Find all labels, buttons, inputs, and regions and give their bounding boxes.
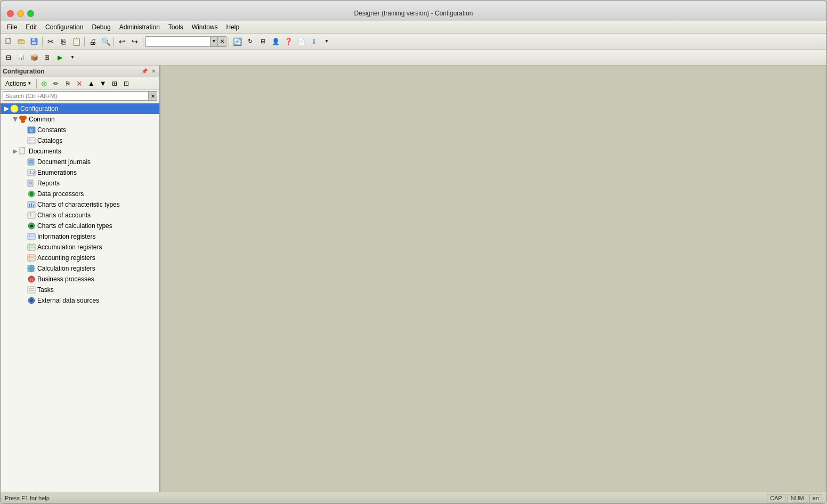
tree-label-accumulation-registers: Accumulation registers xyxy=(37,243,102,251)
panel-pin-icon[interactable]: 📌 xyxy=(141,68,148,74)
tb-window-button[interactable]: ⊞ xyxy=(257,36,269,47)
tb-undo-button[interactable]: ↩ xyxy=(116,36,128,47)
tb2-btn1[interactable]: ⊟ xyxy=(3,52,14,63)
tree-item-tasks[interactable]: Tasks xyxy=(1,284,159,295)
tb-info-button[interactable]: ℹ xyxy=(308,36,320,47)
tree-item-data-processors[interactable]: Data processors xyxy=(1,189,159,199)
action-down-btn[interactable]: ▼ xyxy=(98,78,108,89)
tb2-btn3[interactable]: 📦 xyxy=(28,52,40,63)
svg-point-12 xyxy=(21,119,25,123)
menu-bar: File Edit Configuration Debug Administra… xyxy=(1,21,826,34)
tree-item-external-data[interactable]: External data sources xyxy=(1,295,159,306)
menu-debug[interactable]: Debug xyxy=(87,22,115,32)
action-up-btn[interactable]: ▲ xyxy=(86,78,96,89)
tree-item-business-processes[interactable]: B Business processes xyxy=(1,274,159,284)
tb-copy-button[interactable]: ⎘ xyxy=(58,36,69,47)
tree-item-charts-accounts[interactable]: T Charts of accounts xyxy=(1,210,159,221)
tree-label-tasks: Tasks xyxy=(37,286,54,294)
tree-item-document-journals[interactable]: Document journals xyxy=(1,157,159,167)
tb2-dropdown-button[interactable]: ▼ xyxy=(67,52,78,63)
actions-dropdown[interactable]: Actions ▼ xyxy=(3,79,34,88)
tb-combo-dropdown[interactable]: ▼ xyxy=(210,37,217,46)
tree-expander-configuration[interactable] xyxy=(3,105,10,112)
tb-preview-button[interactable]: 🔍 xyxy=(100,36,111,47)
tree-label-charts-calculation: Charts of calculation types xyxy=(37,222,112,230)
minimize-button[interactable] xyxy=(17,10,24,17)
action-hierarchy-btn[interactable]: ⊞ xyxy=(109,78,120,89)
action-edit-btn[interactable]: ✏ xyxy=(51,78,61,89)
action-filter-btn[interactable]: ⊡ xyxy=(121,78,132,89)
tb-print-button[interactable]: 🖨 xyxy=(87,36,99,47)
toolbar-1: ✂ ⎘ 📋 🖨 🔍 ↩ ↪ ▼ ✕ 🔄 ↻ ⊞ 👤 ❓ 📄 ℹ ▼ xyxy=(1,34,826,50)
tree-item-reports[interactable]: Reports xyxy=(1,178,159,189)
tb-new-button[interactable] xyxy=(3,36,14,47)
tb-redo-button[interactable]: ↪ xyxy=(129,36,141,47)
tb-save-button[interactable] xyxy=(28,36,40,47)
tb-combo-clear[interactable]: ✕ xyxy=(217,37,226,46)
tb-dropdown-button[interactable]: ▼ xyxy=(321,36,333,47)
menu-configuration[interactable]: Configuration xyxy=(41,22,87,32)
status-right: CAP NUM en xyxy=(767,494,822,502)
tree-item-charts-characteristic[interactable]: Charts of characteristic types xyxy=(1,199,159,210)
tree-item-catalogs[interactable]: Catalogs xyxy=(1,135,159,146)
svg-rect-32 xyxy=(30,192,33,196)
tb-help-button[interactable]: ❓ xyxy=(282,36,294,47)
tb2-btn4[interactable]: ⊞ xyxy=(41,52,53,63)
search-input[interactable] xyxy=(3,91,149,101)
tb2-run-button[interactable]: ▶ xyxy=(54,52,66,63)
tree-item-constants[interactable]: C Constants xyxy=(1,125,159,135)
tb-open-button[interactable] xyxy=(15,36,27,47)
tree-label-constants: Constants xyxy=(37,126,66,134)
menu-file[interactable]: File xyxy=(3,22,21,32)
tree-item-calculation-registers[interactable]: Calculation registers xyxy=(1,263,159,274)
menu-windows[interactable]: Windows xyxy=(188,22,222,32)
tb-paste-button[interactable]: 📋 xyxy=(70,36,82,47)
actions-bar: Actions ▼ ⊕ ✏ ⎘ ✕ ▲ ▼ ⊞ ⊡ xyxy=(1,77,159,90)
tree-item-documents[interactable]: Documents xyxy=(1,146,159,157)
tb-combo-wrapper: ▼ ✕ xyxy=(145,36,226,47)
tree-expander-common[interactable] xyxy=(11,116,19,123)
left-panel: Configuration 📌 ✕ Actions ▼ ⊕ ✏ ⎘ xyxy=(1,66,160,492)
tree-item-configuration[interactable]: C Configuration xyxy=(1,103,159,114)
tasks-icon xyxy=(27,286,36,294)
tb-user-button[interactable]: 👤 xyxy=(270,36,281,47)
svg-rect-57 xyxy=(28,287,35,293)
menu-edit[interactable]: Edit xyxy=(21,22,41,32)
tb-refresh-button[interactable]: 🔄 xyxy=(231,36,243,47)
charts-calculation-icon xyxy=(27,222,36,230)
tb-refresh2-button[interactable]: ↻ xyxy=(244,36,256,47)
constants-icon: C xyxy=(27,126,36,134)
external-data-icon xyxy=(27,296,36,305)
action-add-btn[interactable]: ⊕ xyxy=(39,78,50,89)
svg-text:C: C xyxy=(12,106,16,112)
maximize-button[interactable] xyxy=(27,10,34,17)
menu-administration[interactable]: Administration xyxy=(115,22,164,32)
tree-label-external-data: External data sources xyxy=(37,297,99,304)
search-clear-button[interactable]: ✕ xyxy=(149,91,157,101)
tb-combo-input[interactable] xyxy=(146,37,210,46)
tree-expander-documents[interactable] xyxy=(11,148,19,155)
tb-sep-3 xyxy=(113,37,114,46)
status-lang[interactable]: en xyxy=(809,494,822,502)
tree-item-accumulation-registers[interactable]: Accumulation registers xyxy=(1,242,159,253)
tree-item-information-registers[interactable]: Information registers xyxy=(1,231,159,242)
documents-icon xyxy=(19,147,27,156)
panel-close-button[interactable]: ✕ xyxy=(150,68,157,75)
menu-help[interactable]: Help xyxy=(222,22,244,32)
svg-rect-34 xyxy=(29,204,30,207)
tb-doc-button[interactable]: 📄 xyxy=(295,36,307,47)
action-copy-btn[interactable]: ⎘ xyxy=(62,78,73,89)
status-num: NUM xyxy=(788,494,807,502)
tb2-btn2[interactable]: 📊 xyxy=(15,52,27,63)
tree-label-catalogs: Catalogs xyxy=(37,137,62,144)
panel-title: Configuration xyxy=(3,68,45,75)
close-button[interactable] xyxy=(7,10,14,17)
menu-tools[interactable]: Tools xyxy=(164,22,188,32)
tb-cut-button[interactable]: ✂ xyxy=(45,36,56,47)
tree-item-charts-calculation[interactable]: Charts of calculation types xyxy=(1,221,159,231)
tree-item-common[interactable]: Common xyxy=(1,114,159,125)
tree-item-accounting-registers[interactable]: Accounting registers xyxy=(1,253,159,263)
action-delete-btn[interactable]: ✕ xyxy=(74,78,85,89)
tree-item-enumerations[interactable]: 1,2 Enumerations xyxy=(1,167,159,178)
svg-rect-23 xyxy=(28,159,34,165)
